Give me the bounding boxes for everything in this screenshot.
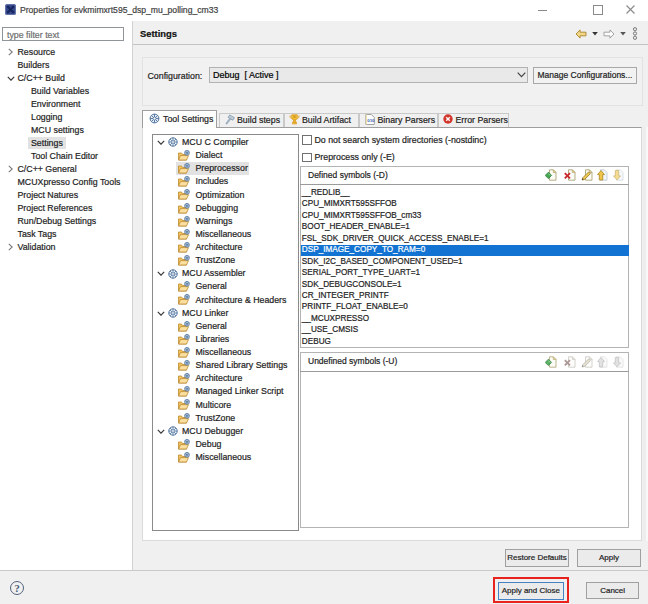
svg-text:010: 010 [367, 118, 375, 123]
